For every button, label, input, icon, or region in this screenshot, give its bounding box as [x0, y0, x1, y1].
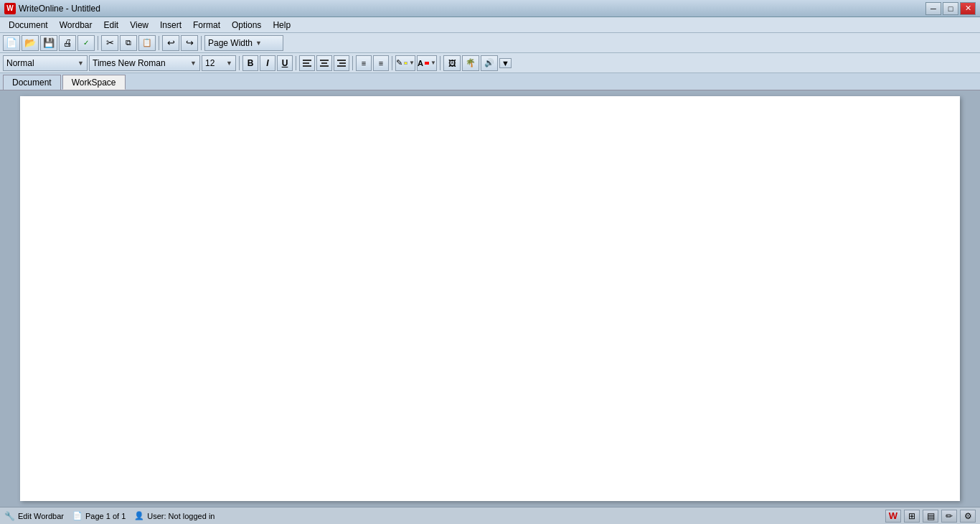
zoom-value: Page Width	[208, 38, 253, 48]
size-value: 12	[205, 58, 215, 68]
menu-format[interactable]: Format	[187, 19, 226, 32]
audio-button[interactable]: 🔊	[481, 55, 498, 71]
open-button[interactable]: 📂	[22, 35, 39, 51]
align-center-icon	[319, 58, 329, 68]
title-controls: ─ □ ✕	[925, 2, 976, 15]
edit-wordbar-label: Edit Wordbar	[18, 512, 64, 520]
insert-image-button[interactable]: 🖼	[443, 55, 461, 71]
edit-wordbar-icon: 🔧	[4, 511, 15, 521]
underline-button[interactable]: U	[277, 55, 293, 71]
font-value: Times New Roman	[93, 58, 166, 68]
tab-workspace[interactable]: WorkSpace	[62, 75, 126, 90]
menu-options[interactable]: Options	[226, 19, 267, 32]
size-arrow-icon: ▼	[226, 60, 232, 67]
font-color-bar	[425, 62, 429, 65]
paste-button[interactable]: 📋	[138, 35, 156, 51]
style-value: Normal	[6, 58, 34, 68]
bold-button[interactable]: B	[242, 55, 258, 71]
audio-dropdown-arrow[interactable]: ▼	[499, 58, 512, 68]
font-dropdown[interactable]: Times New Roman ▼	[89, 55, 200, 71]
toolbar-sep-1	[98, 36, 98, 50]
page-info-item: 📄 Page 1 of 1	[72, 511, 126, 520]
page-icon: 📄	[72, 511, 83, 520]
menu-edit[interactable]: Edit	[98, 19, 125, 32]
align-center-button[interactable]	[316, 55, 332, 71]
maximize-button[interactable]: □	[943, 2, 958, 15]
align-left-icon	[302, 58, 312, 68]
save-button[interactable]: 💾	[40, 35, 57, 51]
align-right-button[interactable]	[334, 55, 349, 71]
toolbar-sep-2	[159, 36, 159, 50]
spellcheck-button[interactable]: ✓	[77, 35, 95, 51]
fmt-sep-3	[352, 56, 353, 70]
cut-button[interactable]: ✂	[101, 35, 118, 51]
document-page[interactable]	[20, 96, 960, 501]
highlight-button[interactable]: ✎ ▼	[395, 55, 415, 71]
status-right: W ⊞ ▤ ✏ ⚙	[885, 510, 976, 523]
fmt-sep-4	[392, 56, 392, 70]
menu-wordbar[interactable]: Wordbar	[54, 19, 98, 32]
zoom-arrow-icon: ▼	[255, 39, 262, 47]
toolbar2: Normal ▼ Times New Roman ▼ 12 ▼ B I U ≡ …	[0, 53, 980, 73]
panel-button[interactable]: ▤	[923, 510, 938, 523]
toolbar1: 📄 📂 💾 🖨 ✓ ✂ ⧉ 📋 ↩ ↪ Page Width ▼	[0, 33, 980, 53]
style-arrow-icon: ▼	[77, 60, 84, 67]
highlight-icon: ✎	[396, 58, 402, 67]
fmt-sep-2	[296, 56, 296, 70]
menu-document[interactable]: Document	[3, 19, 54, 32]
highlight-arrow-icon: ▼	[409, 60, 415, 66]
edit-wordbar-item[interactable]: 🔧 Edit Wordbar	[4, 511, 64, 521]
font-color-button[interactable]: A ▼	[417, 55, 437, 71]
status-left: 🔧 Edit Wordbar 📄 Page 1 of 1 👤 User: Not…	[4, 511, 215, 521]
style-dropdown[interactable]: Normal ▼	[3, 55, 88, 71]
tab-bar: Document WorkSpace	[0, 73, 980, 90]
menu-insert[interactable]: Insert	[154, 19, 187, 32]
edit-button[interactable]: ✏	[941, 510, 957, 523]
redo-button[interactable]: ↪	[181, 35, 198, 51]
insert-special-button[interactable]: 🌴	[462, 55, 479, 71]
toolbar-sep-3	[201, 36, 202, 50]
fmt-sep-5	[440, 56, 440, 70]
main-area	[0, 90, 980, 507]
highlight-color	[404, 62, 407, 65]
print-button[interactable]: 🖨	[59, 35, 76, 51]
wordbar-w-button[interactable]: W	[885, 510, 901, 523]
ordered-list-button[interactable]: ≡	[356, 55, 372, 71]
menu-bar: Document Wordbar Edit View Insert Format…	[0, 17, 980, 33]
tab-document[interactable]: Document	[3, 75, 61, 90]
font-size-dropdown[interactable]: 12 ▼	[202, 55, 236, 71]
menu-view[interactable]: View	[124, 19, 154, 32]
title-text: WriteOnline - Untitled	[19, 4, 100, 14]
new-button[interactable]: 📄	[3, 35, 20, 51]
grid-button[interactable]: ⊞	[904, 510, 920, 523]
document-scroll-area[interactable]	[0, 90, 980, 507]
status-bar: 🔧 Edit Wordbar 📄 Page 1 of 1 👤 User: Not…	[0, 507, 980, 524]
app-icon: W	[4, 3, 16, 14]
title-bar: W WriteOnline - Untitled ─ □ ✕	[0, 0, 980, 17]
menu-help[interactable]: Help	[267, 19, 296, 32]
undo-button[interactable]: ↩	[162, 35, 179, 51]
page-info-label: Page 1 of 1	[85, 512, 126, 520]
close-button[interactable]: ✕	[960, 2, 976, 15]
fmt-sep-1	[239, 56, 240, 70]
minimize-button[interactable]: ─	[925, 2, 941, 15]
align-right-icon	[336, 58, 347, 68]
font-color-icon: A	[418, 59, 423, 67]
copy-button[interactable]: ⧉	[120, 35, 137, 51]
user-info-label: User: Not logged in	[147, 512, 215, 520]
user-icon: 👤	[134, 511, 144, 520]
font-color-arrow-icon: ▼	[430, 60, 436, 66]
italic-button[interactable]: I	[260, 55, 275, 71]
unordered-list-button[interactable]: ≡	[373, 55, 389, 71]
align-left-button[interactable]	[299, 55, 315, 71]
user-info-item: 👤 User: Not logged in	[134, 511, 215, 520]
settings-button[interactable]: ⚙	[960, 510, 976, 523]
title-bar-left: W WriteOnline - Untitled	[4, 3, 100, 14]
font-arrow-icon: ▼	[190, 60, 197, 67]
zoom-dropdown[interactable]: Page Width ▼	[204, 35, 283, 51]
